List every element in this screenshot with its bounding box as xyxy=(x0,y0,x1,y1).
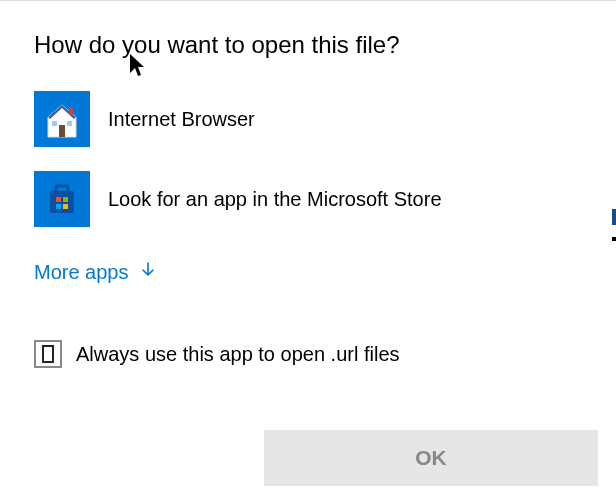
always-use-checkbox[interactable] xyxy=(34,340,62,368)
svg-rect-2 xyxy=(59,125,65,137)
always-use-label: Always use this app to open .url files xyxy=(76,343,400,366)
svg-rect-6 xyxy=(50,191,74,213)
app-list: Internet Browser Look for an app in the … xyxy=(0,83,616,235)
svg-rect-10 xyxy=(63,204,68,209)
app-label: Internet Browser xyxy=(108,108,255,131)
window-edge-fragment xyxy=(612,237,616,241)
dialog-title: How do you want to open this file? xyxy=(0,1,616,83)
more-apps-label: More apps xyxy=(34,261,129,284)
store-icon xyxy=(34,171,90,227)
chevron-down-icon xyxy=(139,261,157,284)
browser-icon xyxy=(34,91,90,147)
app-option-internet-browser[interactable]: Internet Browser xyxy=(34,83,582,155)
always-use-row: Always use this app to open .url files xyxy=(0,340,616,368)
app-option-microsoft-store[interactable]: Look for an app in the Microsoft Store xyxy=(34,163,582,235)
more-apps-link[interactable]: More apps xyxy=(0,243,191,284)
svg-rect-8 xyxy=(63,197,68,202)
svg-rect-9 xyxy=(56,204,61,209)
svg-rect-5 xyxy=(69,107,73,115)
ok-button[interactable]: OK xyxy=(264,430,598,486)
svg-rect-3 xyxy=(52,121,57,126)
svg-rect-7 xyxy=(56,197,61,202)
dialog-footer: OK xyxy=(264,430,598,486)
svg-rect-4 xyxy=(67,121,72,126)
window-edge-fragment xyxy=(612,209,616,225)
app-label: Look for an app in the Microsoft Store xyxy=(108,188,442,211)
open-with-dialog: How do you want to open this file? Inter… xyxy=(0,0,616,504)
